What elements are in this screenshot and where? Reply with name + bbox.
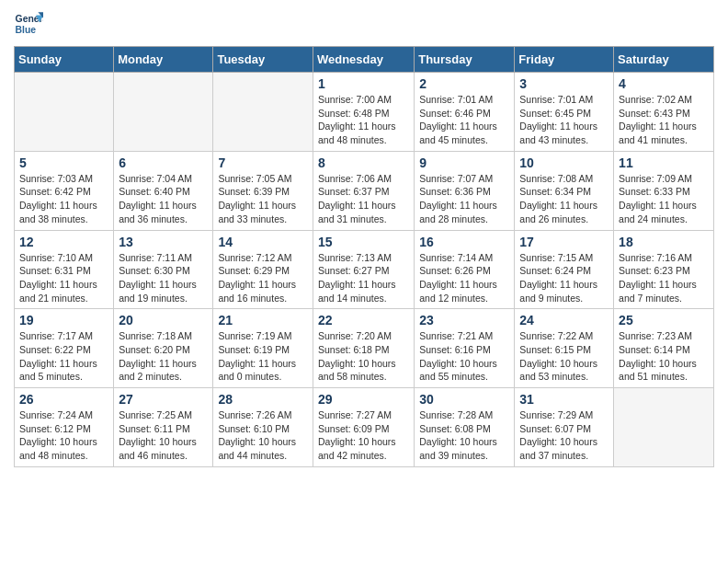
day-info: Sunrise: 7:21 AM Sunset: 6:16 PM Dayligh…: [419, 329, 509, 384]
day-info: Sunrise: 7:01 AM Sunset: 6:45 PM Dayligh…: [519, 93, 609, 147]
calendar-cell: 16Sunrise: 7:14 AM Sunset: 6:26 PM Dayli…: [415, 230, 515, 309]
day-info: Sunrise: 7:20 AM Sunset: 6:18 PM Dayligh…: [318, 329, 409, 384]
day-number: 13: [119, 235, 208, 249]
day-info: Sunrise: 7:05 AM Sunset: 6:39 PM Dayligh…: [218, 172, 308, 226]
calendar-week-row: 19Sunrise: 7:17 AM Sunset: 6:22 PM Dayli…: [15, 309, 714, 388]
calendar: Sunday Monday Tuesday Wednesday Thursday…: [14, 46, 714, 467]
day-number: 29: [318, 392, 409, 407]
day-info: Sunrise: 7:12 AM Sunset: 6:29 PM Dayligh…: [218, 251, 308, 305]
day-info: Sunrise: 7:22 AM Sunset: 6:15 PM Dayligh…: [519, 329, 609, 384]
day-info: Sunrise: 7:03 AM Sunset: 6:42 PM Dayligh…: [19, 172, 108, 226]
day-number: 1: [318, 76, 409, 91]
calendar-week-row: 5Sunrise: 7:03 AM Sunset: 6:42 PM Daylig…: [15, 151, 714, 230]
header-monday: Monday: [114, 47, 213, 73]
calendar-week-row: 1Sunrise: 7:00 AM Sunset: 6:48 PM Daylig…: [15, 73, 714, 152]
day-info: Sunrise: 7:18 AM Sunset: 6:20 PM Dayligh…: [119, 329, 208, 384]
day-number: 12: [19, 235, 108, 249]
calendar-week-row: 12Sunrise: 7:10 AM Sunset: 6:31 PM Dayli…: [15, 230, 714, 309]
day-number: 16: [419, 235, 509, 249]
day-info: Sunrise: 7:07 AM Sunset: 6:36 PM Dayligh…: [419, 172, 509, 226]
day-info: Sunrise: 7:15 AM Sunset: 6:24 PM Dayligh…: [519, 251, 609, 305]
day-info: Sunrise: 7:02 AM Sunset: 6:43 PM Dayligh…: [619, 93, 709, 147]
day-info: Sunrise: 7:23 AM Sunset: 6:14 PM Dayligh…: [619, 329, 709, 384]
calendar-cell: 1Sunrise: 7:00 AM Sunset: 6:48 PM Daylig…: [313, 73, 414, 152]
calendar-cell: [114, 73, 213, 152]
calendar-cell: 28Sunrise: 7:26 AM Sunset: 6:10 PM Dayli…: [213, 388, 313, 467]
day-number: 11: [619, 155, 709, 170]
calendar-cell: 21Sunrise: 7:19 AM Sunset: 6:19 PM Dayli…: [213, 309, 313, 388]
svg-text:Blue: Blue: [16, 25, 37, 35]
header-wednesday: Wednesday: [313, 47, 414, 73]
day-info: Sunrise: 7:19 AM Sunset: 6:19 PM Dayligh…: [218, 329, 308, 384]
day-info: Sunrise: 7:25 AM Sunset: 6:11 PM Dayligh…: [119, 408, 208, 463]
day-number: 17: [519, 235, 609, 249]
header-sunday: Sunday: [15, 47, 114, 73]
calendar-cell: 11Sunrise: 7:09 AM Sunset: 6:33 PM Dayli…: [614, 151, 714, 230]
day-number: 5: [19, 155, 108, 170]
day-number: 23: [419, 313, 509, 327]
calendar-cell: [614, 388, 714, 467]
calendar-cell: 8Sunrise: 7:06 AM Sunset: 6:37 PM Daylig…: [313, 151, 414, 230]
day-number: 22: [318, 313, 409, 327]
day-info: Sunrise: 7:10 AM Sunset: 6:31 PM Dayligh…: [19, 251, 108, 305]
calendar-cell: 31Sunrise: 7:29 AM Sunset: 6:07 PM Dayli…: [515, 388, 614, 467]
day-info: Sunrise: 7:17 AM Sunset: 6:22 PM Dayligh…: [19, 329, 108, 384]
day-number: 10: [519, 155, 609, 170]
calendar-cell: 2Sunrise: 7:01 AM Sunset: 6:46 PM Daylig…: [415, 73, 515, 152]
calendar-cell: 19Sunrise: 7:17 AM Sunset: 6:22 PM Dayli…: [15, 309, 114, 388]
calendar-cell: 9Sunrise: 7:07 AM Sunset: 6:36 PM Daylig…: [415, 151, 515, 230]
day-number: 20: [119, 313, 208, 327]
calendar-cell: 26Sunrise: 7:24 AM Sunset: 6:12 PM Dayli…: [15, 388, 114, 467]
page: General Blue Sunday Monday Tuesday Wedne…: [0, 0, 728, 481]
calendar-cell: 17Sunrise: 7:15 AM Sunset: 6:24 PM Dayli…: [515, 230, 614, 309]
day-info: Sunrise: 7:28 AM Sunset: 6:08 PM Dayligh…: [419, 408, 509, 463]
calendar-week-row: 26Sunrise: 7:24 AM Sunset: 6:12 PM Dayli…: [15, 388, 714, 467]
calendar-cell: 25Sunrise: 7:23 AM Sunset: 6:14 PM Dayli…: [614, 309, 714, 388]
header-friday: Friday: [515, 47, 614, 73]
day-info: Sunrise: 7:06 AM Sunset: 6:37 PM Dayligh…: [318, 172, 409, 226]
calendar-cell: 27Sunrise: 7:25 AM Sunset: 6:11 PM Dayli…: [114, 388, 213, 467]
calendar-cell: 3Sunrise: 7:01 AM Sunset: 6:45 PM Daylig…: [515, 73, 614, 152]
day-info: Sunrise: 7:09 AM Sunset: 6:33 PM Dayligh…: [619, 172, 709, 226]
day-number: 25: [619, 313, 709, 327]
header-saturday: Saturday: [614, 47, 714, 73]
calendar-cell: 4Sunrise: 7:02 AM Sunset: 6:43 PM Daylig…: [614, 73, 714, 152]
header-tuesday: Tuesday: [213, 47, 313, 73]
day-info: Sunrise: 7:24 AM Sunset: 6:12 PM Dayligh…: [19, 408, 108, 463]
calendar-cell: 10Sunrise: 7:08 AM Sunset: 6:34 PM Dayli…: [515, 151, 614, 230]
day-number: 7: [218, 155, 308, 170]
day-number: 19: [19, 313, 108, 327]
day-info: Sunrise: 7:27 AM Sunset: 6:09 PM Dayligh…: [318, 408, 409, 463]
day-info: Sunrise: 7:08 AM Sunset: 6:34 PM Dayligh…: [519, 172, 609, 226]
logo-icon: General Blue: [14, 9, 43, 39]
day-info: Sunrise: 7:16 AM Sunset: 6:23 PM Dayligh…: [619, 251, 709, 305]
header: General Blue: [14, 9, 714, 39]
day-number: 30: [419, 392, 509, 407]
calendar-cell: 5Sunrise: 7:03 AM Sunset: 6:42 PM Daylig…: [15, 151, 114, 230]
day-number: 21: [218, 313, 308, 327]
calendar-cell: 20Sunrise: 7:18 AM Sunset: 6:20 PM Dayli…: [114, 309, 213, 388]
calendar-cell: [213, 73, 313, 152]
day-number: 2: [419, 76, 509, 91]
day-number: 26: [19, 392, 108, 407]
calendar-cell: 23Sunrise: 7:21 AM Sunset: 6:16 PM Dayli…: [415, 309, 515, 388]
header-thursday: Thursday: [415, 47, 515, 73]
day-info: Sunrise: 7:13 AM Sunset: 6:27 PM Dayligh…: [318, 251, 409, 305]
calendar-cell: 24Sunrise: 7:22 AM Sunset: 6:15 PM Dayli…: [515, 309, 614, 388]
day-info: Sunrise: 7:29 AM Sunset: 6:07 PM Dayligh…: [519, 408, 609, 463]
calendar-cell: 12Sunrise: 7:10 AM Sunset: 6:31 PM Dayli…: [15, 230, 114, 309]
day-info: Sunrise: 7:11 AM Sunset: 6:30 PM Dayligh…: [119, 251, 208, 305]
day-info: Sunrise: 7:01 AM Sunset: 6:46 PM Dayligh…: [419, 93, 509, 147]
day-info: Sunrise: 7:14 AM Sunset: 6:26 PM Dayligh…: [419, 251, 509, 305]
calendar-cell: 29Sunrise: 7:27 AM Sunset: 6:09 PM Dayli…: [313, 388, 414, 467]
day-info: Sunrise: 7:04 AM Sunset: 6:40 PM Dayligh…: [119, 172, 208, 226]
day-info: Sunrise: 7:00 AM Sunset: 6:48 PM Dayligh…: [318, 93, 409, 147]
day-number: 31: [519, 392, 609, 407]
day-number: 8: [318, 155, 409, 170]
calendar-cell: 7Sunrise: 7:05 AM Sunset: 6:39 PM Daylig…: [213, 151, 313, 230]
day-number: 18: [619, 235, 709, 249]
calendar-cell: [15, 73, 114, 152]
calendar-cell: 18Sunrise: 7:16 AM Sunset: 6:23 PM Dayli…: [614, 230, 714, 309]
day-number: 24: [519, 313, 609, 327]
calendar-cell: 30Sunrise: 7:28 AM Sunset: 6:08 PM Dayli…: [415, 388, 515, 467]
